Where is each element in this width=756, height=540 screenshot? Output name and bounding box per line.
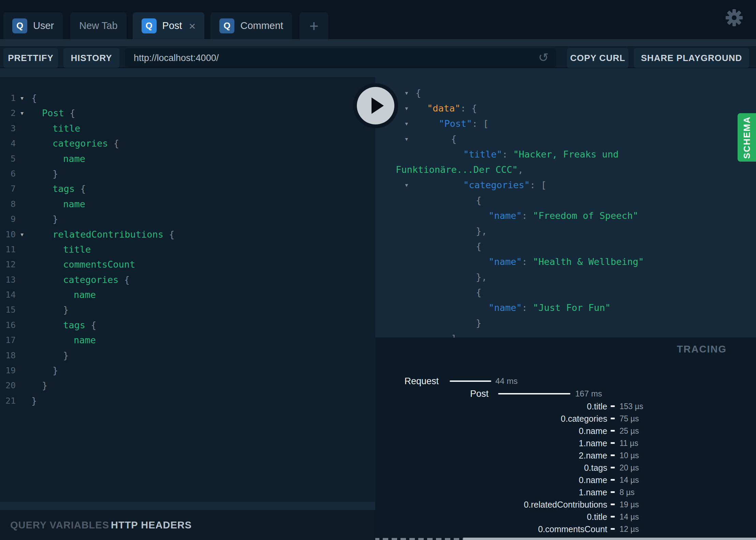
query-line[interactable]: 15} bbox=[0, 302, 375, 317]
plus-icon: + bbox=[309, 17, 319, 35]
collapse-arrow-icon[interactable]: ▾ bbox=[404, 101, 409, 116]
query-line[interactable]: 17name bbox=[0, 333, 375, 348]
collapse-arrow-icon[interactable]: ▾ bbox=[404, 116, 409, 131]
line-number: 15 bbox=[0, 302, 16, 317]
execute-query-button[interactable] bbox=[353, 83, 398, 128]
endpoint-url-value: http://localhost:4000/ bbox=[134, 53, 219, 63]
query-line[interactable]: 1▾{ bbox=[0, 91, 375, 106]
settings-gear-icon[interactable] bbox=[725, 9, 743, 27]
response-code: { bbox=[476, 193, 481, 208]
resolver-path: 0.commentsCount bbox=[538, 523, 607, 535]
schema-side-tab[interactable]: SCHEMA bbox=[738, 113, 756, 162]
response-code: { bbox=[416, 85, 421, 101]
new-tab-button[interactable]: + bbox=[300, 12, 328, 39]
collapse-arrow-icon[interactable]: ▾ bbox=[20, 91, 24, 106]
line-number: 16 bbox=[0, 318, 16, 333]
tab-user[interactable]: QUser bbox=[3, 12, 63, 39]
resolver-duration: 153 µs bbox=[620, 400, 643, 412]
code-token-punct: : [ bbox=[530, 180, 547, 190]
query-variables-tab[interactable]: QUERY VARIABLES bbox=[10, 510, 109, 540]
code-token-punct: ] bbox=[451, 333, 456, 338]
code-token-punct: }, bbox=[476, 226, 487, 236]
query-line[interactable]: 7tags { bbox=[0, 181, 375, 196]
history-button[interactable]: HISTORY bbox=[63, 48, 119, 68]
code-token-punct: { bbox=[85, 320, 97, 330]
query-line[interactable]: 4categories { bbox=[0, 136, 375, 151]
query-line[interactable]: 8name bbox=[0, 197, 375, 212]
code-token-punct: , bbox=[518, 164, 523, 175]
tabs-container: QUserNew TabQPost×QComment bbox=[0, 0, 292, 39]
query-line[interactable]: 9} bbox=[0, 212, 375, 227]
code-token-field: title bbox=[63, 244, 91, 255]
query-editor[interactable]: 1▾{2▾Post {3title4categories {5name6}7ta… bbox=[0, 77, 375, 502]
collapse-arrow-icon[interactable]: ▾ bbox=[404, 177, 409, 193]
code-token-punct: { bbox=[64, 108, 75, 118]
collapse-arrow-icon[interactable]: ▾ bbox=[20, 106, 24, 121]
query-line[interactable]: 13categories { bbox=[0, 272, 375, 287]
response-code: "name": "Health & Wellbeing" bbox=[489, 254, 644, 269]
close-tab-icon[interactable]: × bbox=[189, 20, 196, 32]
resolver-path: 2.name bbox=[579, 449, 607, 462]
tracing-resolver-row: 0.tags20 µs bbox=[375, 462, 756, 474]
query-line[interactable]: 11title bbox=[0, 242, 375, 257]
response-line: }, bbox=[375, 223, 756, 239]
line-number: 17 bbox=[0, 333, 16, 348]
query-line[interactable]: 12commentsCount bbox=[0, 257, 375, 272]
resolver-duration: 14 µs bbox=[620, 474, 639, 486]
query-line[interactable]: 6} bbox=[0, 166, 375, 181]
collapse-arrow-icon[interactable]: ▾ bbox=[404, 85, 409, 101]
query-line[interactable]: 20} bbox=[0, 378, 375, 393]
response-code: "Post": [ bbox=[439, 116, 489, 131]
collapse-arrow-icon[interactable]: ▾ bbox=[20, 227, 24, 242]
code-token-field: relatedContributions bbox=[53, 229, 163, 240]
line-number: 21 bbox=[0, 393, 16, 408]
query-line[interactable]: 5name bbox=[0, 151, 375, 166]
code-token-field: name bbox=[63, 153, 85, 164]
code-token-punct: : bbox=[522, 302, 533, 313]
query-code: } bbox=[63, 302, 69, 317]
line-number: 4 bbox=[0, 136, 16, 151]
tracing-horizontal-scrollbar[interactable] bbox=[463, 538, 756, 540]
resolver-path: 0.categories bbox=[561, 412, 607, 425]
query-line[interactable]: 10▾relatedContributions { bbox=[0, 227, 375, 242]
query-line[interactable]: 21} bbox=[0, 393, 375, 408]
code-token-field: tags bbox=[53, 183, 75, 194]
resolver-duration: 14 µs bbox=[620, 511, 639, 523]
query-line[interactable]: 3title bbox=[0, 121, 375, 136]
collapse-arrow-icon[interactable]: ▾ bbox=[404, 131, 409, 147]
query-line[interactable]: 14name bbox=[0, 287, 375, 302]
tab-bar: QUserNew TabQPost×QComment + bbox=[0, 0, 756, 39]
tab-comment[interactable]: QComment bbox=[210, 12, 292, 39]
code-token-str: "Just For Fun" bbox=[533, 302, 611, 313]
resolver-duration: 12 µs bbox=[620, 523, 639, 535]
share-playground-button[interactable]: SHARE PLAYGROUND bbox=[634, 48, 749, 68]
copy-curl-button[interactable]: COPY CURL bbox=[567, 48, 628, 68]
query-line[interactable]: 19} bbox=[0, 363, 375, 378]
tab-label: User bbox=[33, 20, 54, 31]
code-token-punct: : bbox=[502, 149, 513, 160]
query-code: title bbox=[53, 121, 80, 136]
query-line[interactable]: 16tags { bbox=[0, 318, 375, 333]
code-token-key: "categories" bbox=[463, 180, 530, 190]
reload-schema-icon[interactable]: ↺ bbox=[538, 48, 549, 68]
query-line[interactable]: 18} bbox=[0, 348, 375, 363]
code-token-punct: } bbox=[53, 168, 58, 179]
http-headers-tab[interactable]: HTTP HEADERS bbox=[111, 510, 192, 540]
resolver-duration-bar bbox=[611, 442, 615, 444]
endpoint-url-input[interactable]: http://localhost:4000/ ↺ bbox=[125, 48, 556, 68]
tab-post[interactable]: QPost× bbox=[133, 12, 205, 39]
line-number: 19 bbox=[0, 363, 16, 378]
query-line[interactable]: 2▾Post { bbox=[0, 106, 375, 121]
response-line: ▾{ bbox=[375, 85, 756, 101]
resolver-duration-bar bbox=[611, 454, 615, 456]
query-code: } bbox=[31, 393, 37, 408]
prettify-button[interactable]: PRETTIFY bbox=[3, 48, 58, 68]
tab-new-tab[interactable]: New Tab bbox=[70, 12, 126, 39]
response-code: { bbox=[451, 131, 456, 147]
resolver-path: 0.title bbox=[587, 400, 607, 412]
tracing-resolver-row: 0.name14 µs bbox=[375, 474, 756, 486]
response-line: { bbox=[375, 193, 756, 208]
query-code: tags { bbox=[53, 181, 86, 196]
tabbar-divider-strip bbox=[0, 39, 756, 46]
query-badge: Q bbox=[12, 18, 27, 33]
